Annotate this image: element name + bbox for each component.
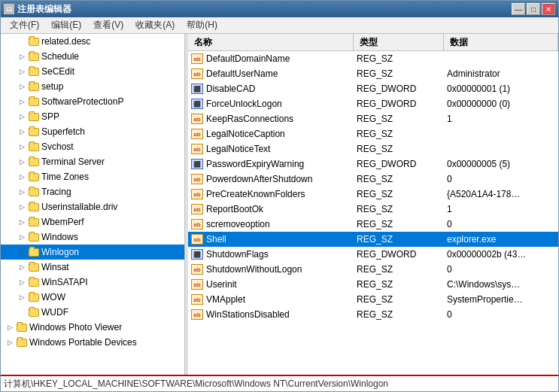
tree-toggle-icon[interactable] — [16, 306, 28, 318]
tree-item[interactable]: ▷Winlogon — [1, 245, 184, 260]
list-cell-type: REG_DWORD — [354, 156, 444, 172]
reg-value-icon: ab — [191, 129, 203, 139]
menu-file[interactable]: 文件(F) — [4, 17, 45, 33]
col-header-type[interactable]: 类型 — [354, 34, 444, 50]
tree-toggle-icon[interactable]: ▷ — [16, 186, 28, 198]
tree-item[interactable]: ▷WinSATAPI — [1, 275, 184, 290]
list-row[interactable]: ⬛DisableCADREG_DWORD0x00000001 (1) — [188, 81, 558, 96]
tree-toggle-icon[interactable]: ▷ — [16, 156, 28, 168]
tree-toggle-icon[interactable]: ▷ — [4, 336, 16, 348]
list-row[interactable]: abVMAppletREG_SZSystemPropertie… — [188, 292, 558, 307]
tree-toggle-icon[interactable]: ▷ — [16, 291, 28, 303]
tree-item[interactable]: ▷Windows Portable Devices — [1, 335, 184, 350]
reg-value-icon: ab — [191, 219, 203, 229]
folder-icon — [28, 35, 40, 47]
tree-item[interactable]: ▷Schedule — [1, 49, 184, 64]
tree-item[interactable]: ▷WOW — [1, 290, 184, 305]
tree-item[interactable]: ▷Winsat — [1, 260, 184, 275]
reg-name-text: DisableCAD — [206, 84, 255, 94]
folder-icon — [28, 65, 40, 77]
list-row[interactable]: ⬛PasswordExpiryWarningREG_DWORD0x0000000… — [188, 156, 558, 172]
reg-name-text: LegalNoticeText — [206, 144, 270, 154]
list-row[interactable]: abDefaultUserNameREG_SZAdministrator — [188, 66, 558, 81]
list-row[interactable]: abLegalNoticeTextREG_SZ — [188, 141, 558, 156]
tree-item-label: Time Zones — [41, 172, 89, 182]
tree-toggle-icon[interactable]: ▷ — [4, 321, 16, 333]
close-button[interactable]: ✕ — [542, 3, 555, 15]
reg-name-text: ShutdownWithoutLogon — [206, 264, 302, 275]
list-row[interactable]: ⬛ShutdownFlagsREG_DWORD0x00000002b (43… — [188, 247, 558, 262]
tree-item[interactable]: ▷Userinstallable.driv — [1, 199, 184, 214]
tree-item[interactable]: ▷SoftwareProtectionP — [1, 94, 184, 109]
tree-item[interactable]: ▷setup — [1, 79, 184, 94]
tree-toggle-icon[interactable]: ▷ — [16, 201, 28, 213]
list-row[interactable]: abShutdownWithoutLogonREG_SZ0 — [188, 262, 558, 277]
list-row[interactable]: abPowerdownAfterShutdownREG_SZ0 — [188, 172, 558, 187]
list-row[interactable]: abscremoveoptionREG_SZ0 — [188, 217, 558, 232]
list-row[interactable]: abDefaultDomainNameREG_SZ — [188, 51, 558, 66]
tree-item[interactable]: ▷Superfetch — [1, 124, 184, 139]
list-cell-type: REG_SZ — [354, 111, 444, 126]
list-row[interactable]: abReportBootOkREG_SZ1 — [188, 202, 558, 217]
tree-item-label: SeCEdit — [41, 66, 74, 77]
tree-toggle-icon[interactable]: ▷ — [16, 50, 28, 62]
reg-value-icon: ab — [191, 204, 203, 214]
tree-item[interactable]: WUDF — [1, 305, 184, 320]
tree-toggle-icon[interactable]: ▷ — [16, 246, 28, 258]
minimize-button[interactable]: — — [512, 3, 525, 15]
tree-item[interactable]: ▷Time Zones — [1, 169, 184, 184]
col-header-name[interactable]: 名称 — [188, 34, 354, 50]
tree-item[interactable]: ▷WbemPerf — [1, 214, 184, 229]
list-body[interactable]: abDefaultDomainNameREG_SZabDefaultUserNa… — [188, 51, 558, 375]
tree-toggle-icon[interactable]: ▷ — [16, 65, 28, 77]
reg-value-icon: ab — [191, 174, 203, 184]
folder-icon — [28, 246, 40, 258]
tree-toggle-icon[interactable]: ▷ — [16, 96, 28, 108]
tree-item[interactable]: ▷Tracing — [1, 184, 184, 199]
list-row[interactable]: abShellREG_SZexplorer.exe — [188, 232, 558, 247]
list-cell-name: abShell — [188, 232, 354, 247]
tree-toggle-icon[interactable]: ▷ — [16, 141, 28, 153]
tree-toggle-icon[interactable]: ▷ — [16, 81, 28, 93]
tree-item[interactable]: related.desc — [1, 34, 184, 49]
tree-item[interactable]: ▷SeCEdit — [1, 64, 184, 79]
tree-toggle-icon[interactable]: ▷ — [16, 216, 28, 228]
folder-icon — [28, 291, 40, 303]
list-row[interactable]: abKeepRasConnectionsREG_SZ1 — [188, 111, 558, 126]
list-cell-data: explorer.exe — [444, 232, 558, 247]
tree-item[interactable]: ▷SPP — [1, 109, 184, 124]
menu-help[interactable]: 帮助(H) — [181, 17, 223, 33]
tree-toggle-icon[interactable]: ▷ — [16, 231, 28, 243]
menu-favorites[interactable]: 收藏夹(A) — [129, 17, 181, 33]
list-row[interactable]: abUserinitREG_SZC:\Windows\sys… — [188, 277, 558, 292]
list-row[interactable]: abPreCreateKnownFoldersREG_SZ{A520A1A4-1… — [188, 187, 558, 202]
list-row[interactable]: ⬛ForceUnlockLogonREG_DWORD0x00000000 (0) — [188, 96, 558, 111]
maximize-button[interactable]: □ — [527, 3, 540, 15]
tree-toggle-icon[interactable]: ▷ — [16, 171, 28, 183]
list-row[interactable]: abWinStationsDisabledREG_SZ0 — [188, 307, 558, 322]
col-header-data[interactable]: 数据 — [444, 34, 558, 50]
reg-name-text: PowerdownAfterShutdown — [206, 174, 312, 184]
tree-item[interactable]: ▷Windows — [1, 229, 184, 245]
tree-panel[interactable]: related.desc▷Schedule▷SeCEdit▷setup▷Soft… — [1, 34, 185, 375]
list-cell-name: abReportBootOk — [188, 202, 354, 217]
folder-icon — [28, 306, 40, 318]
list-cell-data: 0x00000005 (5) — [444, 156, 558, 172]
list-cell-data: 0 — [444, 172, 558, 187]
reg-name-text: DefaultUserName — [206, 68, 278, 79]
tree-item[interactable]: ▷Terminal Server — [1, 154, 184, 169]
tree-toggle-icon[interactable]: ▷ — [16, 261, 28, 273]
list-row[interactable]: abLegalNoticeCaptionREG_SZ — [188, 126, 558, 141]
tree-toggle-icon[interactable]: ▷ — [16, 126, 28, 138]
list-cell-name: ⬛DisableCAD — [188, 81, 354, 96]
tree-toggle-icon[interactable] — [16, 35, 28, 47]
menu-edit[interactable]: 编辑(E) — [45, 17, 87, 33]
tree-toggle-icon[interactable]: ▷ — [16, 111, 28, 123]
menu-view[interactable]: 查看(V) — [87, 17, 129, 33]
tree-item[interactable]: ▷Windows Photo Viewer — [1, 320, 184, 335]
tree-item[interactable]: ▷Svchost — [1, 139, 184, 154]
registry-editor-window: 🗂 注册表编辑器 — □ ✕ 文件(F) 编辑(E) 查看(V) 收藏夹(A) … — [0, 0, 559, 392]
list-cell-data — [444, 126, 558, 141]
tree-toggle-icon[interactable]: ▷ — [16, 276, 28, 288]
tree-item-label: Svchost — [41, 141, 74, 152]
